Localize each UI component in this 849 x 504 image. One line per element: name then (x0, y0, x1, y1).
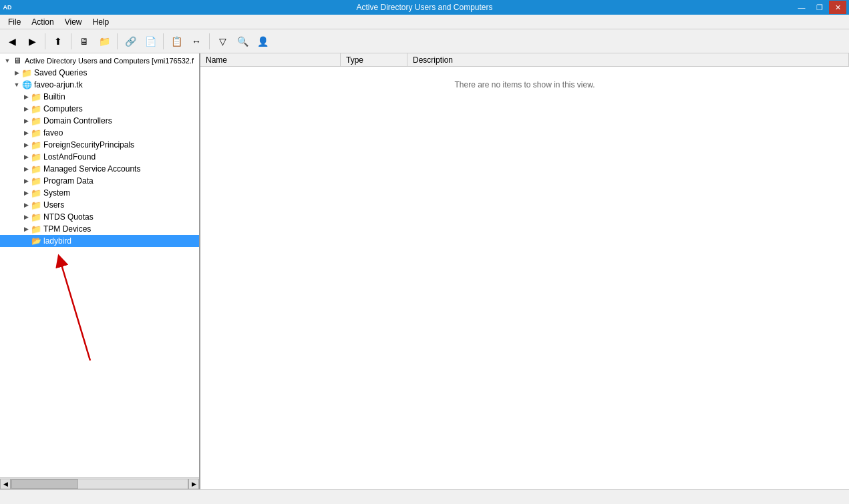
expand-domain-controllers[interactable]: ▶ (21, 116, 31, 125)
tree-item-computers[interactable]: ▶ 📁 Computers (0, 103, 199, 115)
filter-button[interactable]: ▽ (213, 32, 232, 51)
connect-button[interactable]: 🔗 (121, 32, 140, 51)
computers-label: Computers (43, 104, 83, 113)
restore-button[interactable]: ❐ (811, 1, 828, 14)
tree-item-program-data[interactable]: ▶ 📁 Program Data (0, 175, 199, 187)
tree-item-managed-service[interactable]: ▶ 📁 Managed Service Accounts (0, 163, 199, 175)
expand-faveo[interactable]: ▶ (21, 128, 31, 138)
tree-item-builtin[interactable]: ▶ 📁 Builtin (0, 91, 199, 103)
scroll-track[interactable] (11, 479, 188, 489)
console-button[interactable]: 🖥 (75, 32, 94, 51)
expand-computers[interactable]: ▶ (21, 104, 31, 113)
lost-found-label: LostAndFound (43, 152, 96, 162)
toolbar-separator-1 (45, 33, 45, 49)
managed-service-label: Managed Service Accounts (43, 164, 140, 174)
menu-file[interactable]: File (3, 16, 26, 28)
tree-item-foreign-security[interactable]: ▶ 📁 ForeignSecurityPrincipals (0, 139, 199, 151)
tree-item-saved-queries[interactable]: ▶ 📁 Saved Queries (0, 67, 199, 79)
find-button[interactable]: 🔍 (233, 32, 252, 51)
tree-item-faveo-arjun[interactable]: ▼ 🌐 faveo-arjun.tk (0, 79, 199, 91)
folder-icon-managed-service: 📁 (31, 164, 41, 174)
expand-saved-queries[interactable]: ▶ (12, 68, 21, 77)
expand-users[interactable]: ▶ (21, 200, 31, 210)
expand-foreign-security[interactable]: ▶ (21, 140, 31, 150)
folder-icon-lost-found: 📁 (31, 152, 41, 162)
tpm-devices-label: TPM Devices (43, 224, 91, 234)
expand-system[interactable]: ▶ (21, 188, 31, 198)
status-bar (0, 489, 849, 504)
properties-button[interactable]: 📋 (167, 32, 186, 51)
scroll-left-button[interactable]: ◀ (0, 479, 11, 489)
folder-icon-foreign-security: 📁 (31, 140, 41, 150)
menu-help[interactable]: Help (88, 16, 115, 28)
tree-item-lost-found[interactable]: ▶ 📁 LostAndFound (0, 151, 199, 163)
menu-view[interactable]: View (59, 16, 88, 28)
folder-icon-users: 📁 (31, 200, 41, 210)
folder-icon-ntds-quotas: 📁 (31, 212, 41, 222)
toolbar: ◀ ▶ ⬆ 🖥 📁 🔗 📄 📋 ↔ ▽ 🔍 👤 (0, 29, 849, 53)
tree-item-domain-controllers[interactable]: ▶ 📁 Domain Controllers (0, 115, 199, 127)
saved-queries-label: Saved Queries (34, 68, 87, 77)
column-type[interactable]: Type (341, 53, 407, 67)
tree-item-root[interactable]: ▼ 🖥 Active Directory Users and Computers… (0, 55, 199, 67)
column-description[interactable]: Description (407, 53, 849, 67)
toolbar-separator-5 (209, 33, 210, 49)
app-icon: AD (3, 3, 12, 12)
domain-controllers-label: Domain Controllers (43, 116, 112, 125)
main-area: ▼ 🖥 Active Directory Users and Computers… (0, 53, 849, 489)
faveo-arjun-label: faveo-arjun.tk (34, 80, 83, 89)
menu-action[interactable]: Action (26, 16, 59, 28)
folder-icon-builtin: 📁 (31, 91, 41, 102)
column-type-label: Type (346, 55, 363, 65)
close-button[interactable]: ✕ (829, 1, 846, 14)
content-header: Name Type Description (200, 53, 849, 67)
expand-tpm-devices[interactable]: ▶ (21, 224, 31, 234)
delegate-button[interactable]: 👤 (253, 32, 272, 51)
tree-panel: ▼ 🖥 Active Directory Users and Computers… (0, 53, 200, 489)
expand-program-data[interactable]: ▶ (21, 176, 31, 186)
expand-ladybird (21, 236, 31, 246)
tree-item-system[interactable]: ▶ 📁 System (0, 187, 199, 199)
root-label: Active Directory Users and Computers [vm… (25, 57, 194, 65)
tree-item-ladybird[interactable]: 📂 ladybird (0, 235, 199, 247)
forward-button[interactable]: ▶ (23, 32, 41, 51)
folder-icon-system: 📁 (31, 188, 41, 198)
up-button[interactable]: ⬆ (49, 32, 67, 51)
ntds-quotas-label: NTDS Quotas (43, 212, 94, 222)
ladybird-label: ladybird (43, 236, 71, 246)
tree-item-tpm-devices[interactable]: ▶ 📁 TPM Devices (0, 223, 199, 235)
back-button[interactable]: ◀ (3, 32, 21, 51)
move-button[interactable]: ↔ (187, 32, 206, 51)
expand-lost-found[interactable]: ▶ (21, 152, 31, 162)
container-button[interactable]: 📁 (95, 32, 114, 51)
toolbar-separator-2 (71, 33, 71, 49)
window-title: Active Directory Users and Computers (356, 3, 492, 12)
export-button[interactable]: 📄 (141, 32, 160, 51)
scroll-right-button[interactable]: ▶ (188, 479, 199, 489)
expand-managed-service[interactable]: ▶ (21, 164, 31, 174)
expand-root[interactable]: ▼ (3, 56, 12, 65)
column-name[interactable]: Name (200, 53, 341, 67)
window-controls: — ❐ ✕ (793, 1, 846, 14)
tree-horizontal-scrollbar[interactable]: ◀ ▶ (0, 477, 199, 489)
scroll-thumb[interactable] (11, 479, 78, 489)
content-panel: Name Type Description There are no items… (200, 53, 849, 489)
folder-icon-domain-controllers: 📁 (31, 115, 41, 126)
domain-icon-faveo: 🌐 (21, 79, 32, 90)
tree-content: ▼ 🖥 Active Directory Users and Computers… (0, 53, 199, 477)
expand-faveo-arjun[interactable]: ▼ (12, 80, 21, 89)
tree-item-users[interactable]: ▶ 📁 Users (0, 199, 199, 211)
toolbar-separator-4 (163, 33, 164, 49)
system-label: System (43, 188, 70, 198)
program-data-label: Program Data (43, 176, 94, 186)
leaf-icon-ladybird: 📂 (31, 236, 41, 246)
folder-icon-computers: 📁 (31, 103, 41, 114)
folder-icon-saved-queries: 📁 (21, 67, 32, 78)
expand-ntds-quotas[interactable]: ▶ (21, 212, 31, 222)
tree-item-ntds-quotas[interactable]: ▶ 📁 NTDS Quotas (0, 211, 199, 223)
expand-builtin[interactable]: ▶ (21, 92, 31, 101)
minimize-button[interactable]: — (793, 1, 810, 14)
faveo-label: faveo (43, 128, 63, 138)
empty-message: There are no items to show in this view. (454, 80, 595, 89)
tree-item-faveo[interactable]: ▶ 📁 faveo (0, 127, 199, 139)
